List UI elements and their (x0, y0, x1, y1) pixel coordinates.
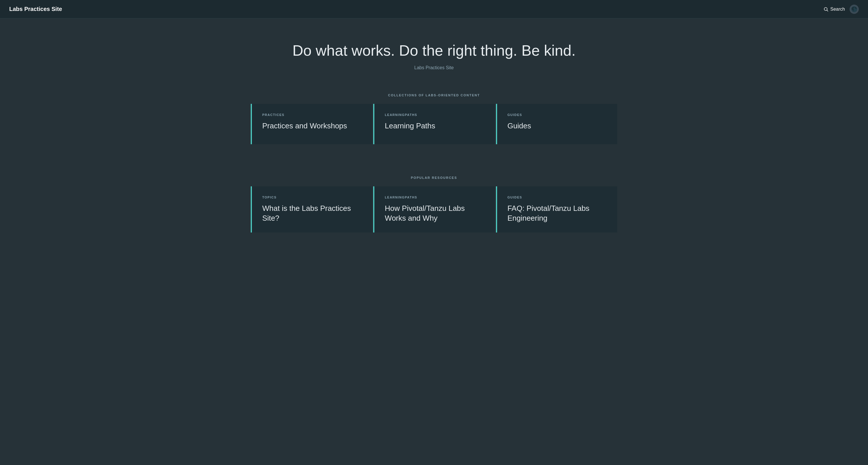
faq-guides-card[interactable]: GUIDES FAQ: Pivotal/Tanzu Labs Engineeri… (496, 186, 617, 233)
collections-section-label: COLLECTIONS OF LABS-ORIENTED CONTENT (251, 93, 617, 97)
guides-card-title: Guides (507, 121, 607, 131)
hero-title: Do what works. Do the right thing. Be ki… (9, 41, 859, 59)
popular-learningpaths-category: LEARNINGPATHS (385, 196, 484, 199)
learningpaths-card-category: LEARNINGPATHS (385, 113, 484, 117)
faq-guides-title: FAQ: Pivotal/Tanzu Labs Engineering (507, 204, 607, 223)
collections-cards-grid: PRACTICES Practices and Workshops LEARNI… (251, 104, 617, 144)
search-icon (823, 7, 829, 12)
topics-card[interactable]: TOPICS What is the Labs Practices Site? (251, 186, 372, 233)
popular-cards-grid: TOPICS What is the Labs Practices Site? … (251, 186, 617, 233)
navbar-right: Search 🌑 (823, 5, 859, 14)
hero-section: Do what works. Do the right thing. Be ki… (0, 19, 868, 88)
collections-section: COLLECTIONS OF LABS-ORIENTED CONTENT PRA… (232, 88, 636, 159)
learningpaths-card[interactable]: LEARNINGPATHS Learning Paths (373, 104, 495, 144)
popular-section-label: POPULAR RESOURCES (251, 176, 617, 179)
site-logo[interactable]: Labs Practices Site (9, 6, 62, 12)
svg-line-1 (827, 10, 828, 11)
practices-card-category: PRACTICES (262, 113, 362, 117)
practices-card-title: Practices and Workshops (262, 121, 362, 131)
search-button[interactable]: Search (823, 7, 845, 12)
guides-card[interactable]: GUIDES Guides (496, 104, 617, 144)
navbar: Labs Practices Site Search 🌑 (0, 0, 868, 19)
popular-learningpaths-title: How Pivotal/Tanzu Labs Works and Why (385, 204, 484, 223)
hero-subtitle: Labs Practices Site (9, 65, 859, 70)
svg-point-0 (824, 7, 827, 11)
search-label: Search (830, 7, 845, 12)
guides-card-category: GUIDES (507, 113, 607, 117)
topics-card-category: TOPICS (262, 196, 362, 199)
theme-toggle-button[interactable]: 🌑 (849, 5, 859, 14)
theme-icon: 🌑 (851, 6, 857, 12)
topics-card-title: What is the Labs Practices Site? (262, 204, 362, 223)
faq-guides-category: GUIDES (507, 196, 607, 199)
popular-learningpaths-card[interactable]: LEARNINGPATHS How Pivotal/Tanzu Labs Wor… (373, 186, 495, 233)
practices-card[interactable]: PRACTICES Practices and Workshops (251, 104, 372, 144)
learningpaths-card-title: Learning Paths (385, 121, 484, 131)
popular-section: POPULAR RESOURCES TOPICS What is the Lab… (232, 170, 636, 247)
